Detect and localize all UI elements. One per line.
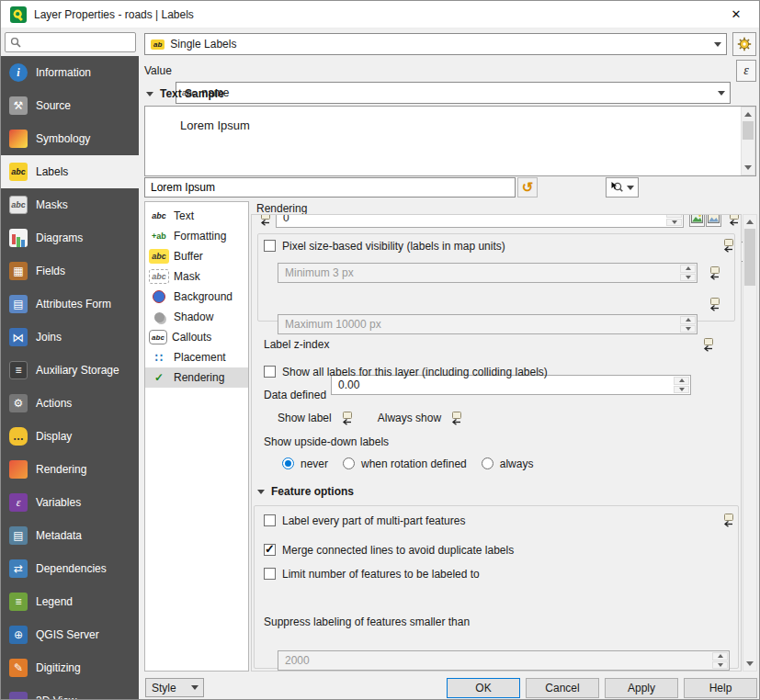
checkbox-label: Show all labels for this layer (includin… (282, 366, 548, 378)
sidebar-item-information[interactable]: iInformation (1, 56, 139, 89)
tab-mask[interactable]: abcMask (145, 266, 248, 287)
rendering-tab-icon: ✓ (149, 370, 169, 385)
text-sample-header[interactable]: Text Sample (146, 87, 224, 100)
scroll-up-button[interactable] (742, 107, 754, 121)
sample-scrollbar[interactable] (741, 107, 755, 175)
sample-text-input[interactable] (151, 181, 509, 194)
sidebar-item-diagrams[interactable]: Diagrams (1, 221, 139, 254)
checkbox-label: Limit number of features to be labeled t… (282, 568, 480, 581)
tab-label: Text (174, 209, 194, 222)
show-all-labels-checkbox[interactable]: Show all labels for this layer (includin… (264, 364, 548, 379)
data-defined-override-button[interactable] (337, 410, 354, 426)
cancel-button[interactable]: Cancel (526, 678, 599, 698)
sidebar-item-metadata[interactable]: ▤Metadata (1, 519, 139, 552)
text-sample-title: Text Sample (160, 87, 224, 100)
style-button[interactable]: Style (145, 678, 204, 697)
tab-rendering[interactable]: ✓Rendering (145, 367, 248, 388)
label-every-part-checkbox[interactable]: Label every part of multi-part features (264, 513, 465, 528)
search-input[interactable] (25, 36, 130, 49)
sidebar-item-joins[interactable]: ⋈Joins (1, 321, 139, 354)
sidebar-item-dependencies[interactable]: ⇄Dependencies (1, 552, 139, 585)
scroll-down-button[interactable] (742, 161, 754, 175)
maximum-scale-spinbox[interactable]: 0 (276, 214, 684, 228)
tab-callouts[interactable]: abcCallouts (145, 327, 248, 347)
data-defined-override-button[interactable] (719, 237, 735, 254)
feature-options-header[interactable]: Feature options (257, 485, 354, 498)
sidebar-item-label: Symbology (36, 132, 90, 145)
tab-placement[interactable]: ∷Placement (145, 347, 248, 367)
max-pixel-spinbox[interactable]: Maximum 10000 px (278, 314, 698, 334)
reset-sample-button[interactable]: ↺ (517, 177, 538, 198)
sidebar-item-symbology[interactable]: Symbology (1, 122, 139, 155)
sidebar-item-labels[interactable]: abcLabels (1, 155, 139, 188)
data-defined-override-button[interactable] (698, 336, 715, 353)
data-defined-override-button[interactable] (255, 214, 272, 227)
sidebar-item-rendering[interactable]: Rendering (1, 453, 139, 486)
sidebar-item-attributes-form[interactable]: ▤Attributes Form (1, 288, 139, 321)
close-button[interactable]: ✕ (722, 7, 750, 21)
tab-label: Callouts (172, 331, 211, 344)
tab-shadow[interactable]: Shadow (145, 307, 248, 327)
digitizing-icon: ✎ (9, 659, 28, 677)
help-button[interactable]: Help (684, 678, 757, 698)
sidebar-item-digitizing[interactable]: ✎Digitizing (1, 651, 139, 684)
limit-features-spinbox[interactable]: 2000 (278, 650, 730, 671)
sidebar-item-source[interactable]: ⚒Source (1, 89, 139, 122)
auto-placement-settings-button[interactable] (732, 32, 756, 56)
ok-button[interactable]: OK (447, 678, 520, 698)
panel-scrollbar[interactable] (743, 214, 757, 672)
limit-features-checkbox[interactable]: Limit number of features to be labeled t… (264, 566, 480, 581)
spinner-buttons[interactable] (680, 265, 696, 281)
upside-down-label: Show upside-down labels (264, 435, 389, 448)
sidebar-item-qgis-server[interactable]: ⊕QGIS Server (1, 618, 139, 651)
checkbox-icon (264, 366, 276, 378)
min-pixel-spinbox[interactable]: Minimum 3 px (278, 263, 698, 283)
chevron-down-icon (709, 35, 725, 53)
scroll-up-button[interactable] (743, 215, 756, 229)
radio-when-rotation-defined[interactable]: when rotation defined (343, 456, 467, 471)
sidebar-item-masks[interactable]: abcMasks (1, 188, 139, 221)
data-defined-override-button[interactable] (719, 512, 735, 528)
sidebar-item-3d-view[interactable]: 3D3D View (1, 684, 139, 699)
sidebar-item-actions[interactable]: ⚙Actions (1, 387, 139, 420)
merge-connected-lines-checkbox[interactable]: Merge connected lines to avoid duplicate… (264, 542, 514, 558)
radio-always[interactable]: always (482, 456, 534, 471)
scroll-thumb[interactable] (743, 121, 754, 140)
pixel-visibility-checkbox[interactable]: Pixel size-based visibility (labels in m… (264, 238, 505, 254)
scroll-down-button[interactable] (743, 657, 756, 671)
symbology-icon (9, 130, 28, 148)
data-defined-label: Data defined (264, 389, 326, 401)
spinner-buttons[interactable] (666, 214, 682, 226)
label-mode-combo[interactable]: ab Single Labels (144, 33, 727, 55)
set-to-canvas-extent-button[interactable] (706, 214, 721, 227)
tab-formatting[interactable]: +abFormatting (145, 226, 248, 246)
tab-background[interactable]: Background (145, 287, 248, 307)
set-to-canvas-scale-button[interactable] (689, 214, 705, 227)
data-defined-override-button[interactable] (705, 265, 721, 281)
radio-never[interactable]: never (282, 456, 328, 471)
data-defined-override-button[interactable] (447, 410, 463, 426)
label-settings-tabs: abcText +abFormatting abcBuffer abcMask … (144, 201, 249, 672)
spinner-buttons[interactable] (674, 377, 689, 393)
tab-buffer[interactable]: abcBuffer (145, 246, 248, 266)
tab-text[interactable]: abcText (145, 206, 248, 226)
expression-builder-button[interactable]: ε (736, 60, 756, 82)
data-defined-override-button[interactable] (705, 296, 721, 312)
sidebar-item-auxiliary-storage[interactable]: ≡Auxiliary Storage (1, 354, 139, 387)
placement-tab-icon: ∷ (149, 350, 169, 365)
scroll-thumb[interactable] (744, 229, 755, 286)
metadata-icon: ▤ (9, 526, 28, 545)
sidebar-search[interactable] (5, 32, 136, 52)
value-field-combo[interactable]: abc name (176, 82, 731, 104)
sidebar-item-fields[interactable]: ▦Fields (1, 254, 139, 288)
tab-label: Mask (174, 270, 200, 283)
feature-options-title: Feature options (271, 485, 354, 498)
sidebar-item-legend[interactable]: ≡Legend (1, 585, 139, 618)
map-zoom-tool-button[interactable] (606, 177, 639, 198)
sidebar-item-display[interactable]: …Display (1, 420, 139, 453)
sidebar-item-variables[interactable]: εVariables (1, 486, 139, 519)
spinner-buttons[interactable] (680, 316, 696, 333)
spinner-buttons[interactable] (712, 652, 728, 669)
data-defined-override-button[interactable] (724, 214, 741, 227)
apply-button[interactable]: Apply (605, 678, 678, 698)
